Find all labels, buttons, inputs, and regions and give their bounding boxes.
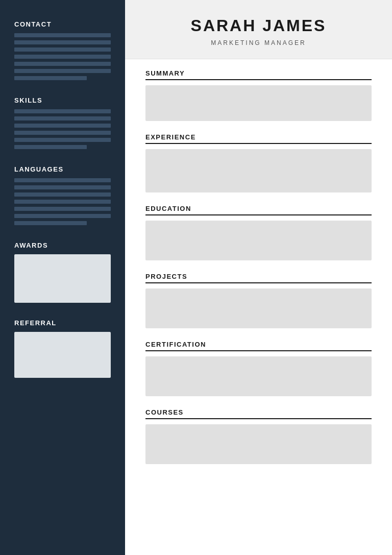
section-certification: CERTIFICATION: [145, 341, 372, 396]
sidebar-contact-title: CONTACT: [14, 20, 111, 28]
contact-line-6: [14, 69, 111, 73]
skills-line-5: [14, 138, 111, 142]
contact-line-5: [14, 62, 111, 66]
section-summary: SUMMARY: [145, 69, 372, 121]
experience-title: EXPERIENCE: [145, 133, 372, 144]
sidebar-awards-title: AWARDS: [14, 242, 111, 249]
section-courses: COURSES: [145, 408, 372, 464]
languages-line-4: [14, 200, 111, 204]
sidebar-section-contact: CONTACT: [14, 20, 111, 80]
projects-content-box: [145, 288, 372, 328]
courses-content-box: [145, 424, 372, 464]
sidebar-referral-title: REFERRAL: [14, 319, 111, 327]
sidebar-section-languages: LANGUAGES: [14, 165, 111, 225]
awards-placeholder-box: [14, 254, 111, 303]
section-experience: EXPERIENCE: [145, 133, 372, 192]
referral-placeholder-box: [14, 332, 111, 378]
languages-line-6: [14, 214, 111, 218]
skills-line-2: [14, 116, 111, 120]
languages-line-3: [14, 192, 111, 197]
sidebar-section-skills: SKILLS: [14, 96, 111, 149]
sidebar: CONTACT SKILLS LANGUAGES: [0, 0, 125, 555]
certification-title: CERTIFICATION: [145, 341, 372, 351]
header-title: MARKETING MANAGER: [145, 39, 372, 46]
education-title: EDUCATION: [145, 205, 372, 215]
skills-line-3: [14, 124, 111, 128]
contact-line-1: [14, 33, 111, 37]
projects-title: PROJECTS: [145, 273, 372, 283]
sidebar-languages-title: LANGUAGES: [14, 165, 111, 173]
contact-line-3: [14, 47, 111, 52]
contact-line-7: [14, 76, 87, 80]
skills-line-6: [14, 145, 87, 149]
experience-content-box: [145, 149, 372, 192]
section-education: EDUCATION: [145, 205, 372, 260]
content-area: SUMMARY EXPERIENCE EDUCATION PROJECTS CE…: [125, 59, 392, 555]
skills-placeholder-lines: [14, 109, 111, 149]
languages-placeholder-lines: [14, 178, 111, 225]
section-projects: PROJECTS: [145, 273, 372, 328]
education-content-box: [145, 221, 372, 260]
contact-placeholder-lines: [14, 33, 111, 80]
main-content: SARAH JAMES MARKETING MANAGER SUMMARY EX…: [125, 0, 392, 555]
languages-line-5: [14, 207, 111, 211]
skills-line-4: [14, 131, 111, 135]
languages-line-2: [14, 185, 111, 189]
sidebar-skills-title: SKILLS: [14, 96, 111, 104]
courses-title: COURSES: [145, 408, 372, 419]
sidebar-section-awards: AWARDS: [14, 242, 111, 303]
header-name: SARAH JAMES: [145, 16, 372, 35]
summary-title: SUMMARY: [145, 69, 372, 80]
contact-line-2: [14, 40, 111, 44]
languages-line-7: [14, 221, 87, 225]
certification-content-box: [145, 356, 372, 396]
summary-content-box: [145, 85, 372, 121]
sidebar-section-referral: REFERRAL: [14, 319, 111, 378]
header: SARAH JAMES MARKETING MANAGER: [125, 0, 392, 59]
skills-line-1: [14, 109, 111, 113]
languages-line-1: [14, 178, 111, 182]
contact-line-4: [14, 55, 111, 59]
